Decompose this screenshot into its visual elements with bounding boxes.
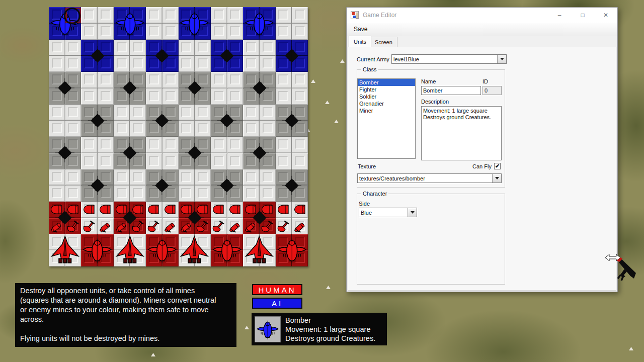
board-square-r3c1-gray-mine[interactable] (49, 72, 81, 105)
board-square-r6c3-empty[interactable] (114, 169, 146, 202)
board-square-r3c3-gray-mine[interactable] (114, 72, 146, 105)
board-square-r2c4-blue-mine[interactable] (146, 40, 178, 72)
board-square-r6c8-gray-mine[interactable] (276, 169, 308, 202)
board-square-r6c5-empty[interactable] (179, 169, 211, 202)
board-square-r4c8-gray-mine[interactable] (276, 105, 308, 137)
tile (146, 7, 162, 23)
board-square-r5c1-gray-mine[interactable] (49, 137, 81, 169)
board-square-r2c6-blue-mine[interactable] (211, 40, 243, 72)
board-square-r2c7-empty[interactable] (243, 40, 275, 72)
board-square-r8c6-red-bomber[interactable] (211, 234, 243, 267)
board-square-r1c5-blue-bomber[interactable] (179, 7, 211, 40)
board-square-r3c4-empty[interactable] (146, 72, 178, 105)
board-square-r6c2-gray-mine[interactable] (81, 169, 113, 202)
tile (292, 169, 308, 186)
tab-units[interactable]: Units (349, 36, 371, 47)
class-item-miner[interactable]: Miner (358, 107, 415, 114)
board-square-r8c4-red-bomber[interactable] (146, 234, 178, 267)
board-square-r5c5-gray-mine[interactable] (179, 137, 211, 169)
class-listbox[interactable]: BomberFighterSoldierGrenadierMiner (357, 78, 416, 159)
board-square-r4c3-empty[interactable] (114, 105, 146, 137)
board-square-r3c8-empty[interactable] (276, 72, 308, 105)
board-square-r8c8-red-bomber[interactable] (276, 234, 308, 267)
board-square-r6c6-gray-mine[interactable] (211, 169, 243, 202)
class-item-grenadier[interactable]: Grenadier (358, 100, 415, 107)
tile (146, 121, 162, 137)
board-square-r2c1-empty[interactable] (49, 40, 81, 72)
board-square-r6c1-empty[interactable] (49, 169, 81, 202)
board-square-r7c6-red-units[interactable] (211, 202, 243, 234)
board-square-r1c4-empty[interactable] (146, 7, 178, 40)
board-square-r5c7-gray-mine[interactable] (243, 137, 275, 169)
board-square-r4c2-gray-mine[interactable] (81, 105, 113, 137)
board-square-r2c5-empty[interactable] (179, 40, 211, 72)
tile (130, 250, 146, 266)
tile (292, 88, 308, 105)
board-square-r1c3-blue-bomber[interactable] (114, 7, 146, 40)
rock (326, 286, 331, 289)
board-square-r3c6-empty[interactable] (211, 72, 243, 105)
board-square-r4c4-gray-mine[interactable] (146, 105, 178, 137)
name-input[interactable]: Bomber (421, 86, 481, 95)
board-square-r5c3-gray-mine[interactable] (114, 137, 146, 169)
board-square-r6c4-gray-mine[interactable] (146, 169, 178, 202)
board-square-r1c2-empty[interactable] (81, 7, 113, 40)
board-square-r7c3-red-mine-units[interactable] (114, 202, 146, 234)
tile (49, 72, 65, 88)
board-square-r7c5-red-mine-units[interactable] (179, 202, 211, 234)
board-square-r8c3-red-fighter[interactable] (114, 234, 146, 267)
side-combobox[interactable]: Blue (359, 208, 417, 217)
board-square-r4c1-empty[interactable] (49, 105, 81, 137)
texture-combobox[interactable]: textures/Creatures/bomber (357, 173, 502, 183)
minimize-button[interactable]: – (548, 8, 571, 23)
board-square-r3c7-gray-mine[interactable] (243, 72, 275, 105)
board-square-r4c6-gray-mine[interactable] (211, 105, 243, 137)
board-square-r7c8-red-units[interactable] (276, 202, 308, 234)
board-square-r8c1-red-fighter[interactable] (49, 234, 81, 267)
board-square-r1c8-empty[interactable] (276, 7, 308, 40)
board-square-r1c7-blue-bomber[interactable] (243, 7, 275, 40)
board-square-r4c7-empty[interactable] (243, 105, 275, 137)
dropdown-button[interactable] (497, 55, 506, 63)
board-square-r8c7-red-fighter[interactable] (243, 234, 275, 267)
close-button[interactable]: ✕ (594, 8, 617, 23)
class-item-bomber[interactable]: Bomber (358, 79, 415, 86)
player-badge-human[interactable]: HUMAN (252, 284, 302, 295)
board-square-r4c5-empty[interactable] (179, 105, 211, 137)
board-square-r2c3-empty[interactable] (114, 40, 146, 72)
class-item-fighter[interactable]: Fighter (358, 86, 415, 93)
save-menu-item[interactable]: Save (349, 26, 372, 33)
current-army-combobox[interactable]: level1Blue (391, 54, 507, 64)
grenadier-icon (99, 219, 112, 233)
tile (211, 218, 227, 234)
dropdown-button[interactable] (492, 174, 501, 183)
board-square-r3c2-empty[interactable] (81, 72, 113, 105)
dropdown-button[interactable] (408, 208, 417, 217)
board-square-r7c1-red-mine-units[interactable] (49, 202, 81, 234)
board-square-r2c2-blue-mine[interactable] (81, 40, 113, 72)
board-square-r8c5-red-fighter[interactable] (179, 234, 211, 267)
description-input[interactable]: Movement: 1 large square Destroys ground… (421, 106, 502, 160)
can-fly-checkbox[interactable]: ✔ (494, 163, 501, 169)
board-square-r5c4-empty[interactable] (146, 137, 178, 169)
class-item-soldier[interactable]: Soldier (358, 93, 415, 100)
tile (260, 121, 276, 137)
title-bar[interactable]: Game Editor – □ ✕ (347, 8, 617, 23)
board-square-r8c2-red-bomber[interactable] (81, 234, 113, 267)
player-badge-ai[interactable]: AI (252, 298, 302, 309)
tile (114, 88, 130, 105)
board-square-r2c8-blue-mine[interactable] (276, 40, 308, 72)
tile (65, 137, 82, 153)
board-square-r7c4-red-units[interactable] (146, 202, 178, 234)
board-square-r7c2-red-units[interactable] (81, 202, 113, 234)
board-square-r6c7-empty[interactable] (243, 169, 275, 202)
board-square-r5c8-empty[interactable] (276, 137, 308, 169)
tile (195, 105, 211, 121)
board-square-r5c2-empty[interactable] (81, 137, 113, 169)
board-square-r5c6-empty[interactable] (211, 137, 243, 169)
tab-screen[interactable]: Screen (370, 37, 397, 47)
maximize-button[interactable]: □ (571, 8, 594, 23)
board-square-r3c5-gray-mine[interactable] (179, 72, 211, 105)
board-square-r1c6-empty[interactable] (211, 7, 243, 40)
board-square-r7c7-red-mine-units[interactable] (243, 202, 275, 234)
